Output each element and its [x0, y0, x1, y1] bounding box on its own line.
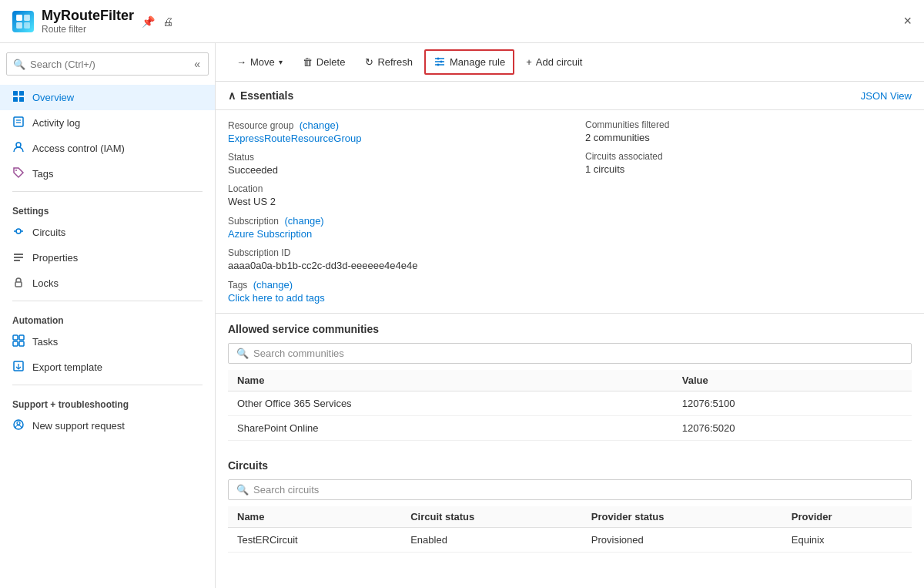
sidebar-item-label: Locks [32, 277, 59, 289]
svg-rect-20 [19, 341, 24, 346]
search-icon: 🔍 [13, 59, 25, 70]
location-item: Location West US 2 [228, 183, 554, 207]
sidebar-item-properties[interactable]: Properties [0, 245, 215, 270]
resource-group-change-link[interactable]: (change) [300, 119, 339, 131]
sidebar-item-new-support-request[interactable]: New support request [0, 413, 215, 438]
sidebar-item-label: Access control (IAM) [32, 143, 125, 154]
status-item: Status Succeeded [228, 152, 554, 176]
search-communities-box[interactable]: 🔍 Search communities [228, 343, 912, 364]
communities-col-name: Name [228, 370, 673, 391]
move-button[interactable]: → Move ▾ [228, 52, 291, 72]
table-row: SharePoint Online12076:5020 [228, 416, 912, 441]
communities-filtered-value: 2 communities [585, 132, 912, 143]
circuits-associated-item: Circuits associated 1 circuits [585, 151, 912, 175]
community-name: SharePoint Online [228, 416, 673, 441]
sidebar: 🔍 « Overview Activity log Access control… [0, 43, 216, 588]
sidebar-item-overview[interactable]: Overview [0, 85, 215, 110]
circuits-table-header-row: Name Circuit status Provider status Prov… [228, 506, 912, 528]
svg-rect-17 [13, 335, 18, 340]
status-label: Status [228, 152, 554, 163]
svg-rect-3 [24, 22, 30, 29]
resource-group-value[interactable]: ExpressRouteResourceGroup [228, 133, 554, 144]
svg-point-28 [440, 61, 442, 63]
page-title: MyRouteFilter [42, 8, 134, 24]
toolbar: → Move ▾ 🗑 Delete ↻ Refresh Manage rule … [216, 43, 924, 82]
settings-divider [12, 191, 203, 192]
tags-value[interactable]: Click here to add tags [228, 292, 554, 304]
communities-filtered-item: Communities filtered 2 communities [585, 119, 912, 143]
manage-rule-button[interactable]: Manage rule [424, 49, 514, 75]
tags-change-link[interactable]: (change) [253, 279, 293, 291]
search-circuits-placeholder: Search circuits [253, 484, 319, 496]
delete-icon: 🗑 [303, 56, 313, 68]
circuit-status: Enabled [401, 528, 582, 553]
add-circuit-button[interactable]: + Add circuit [517, 52, 591, 72]
close-button[interactable]: × [903, 13, 912, 29]
settings-section-label: Settings [0, 197, 215, 220]
refresh-button[interactable]: ↻ Refresh [357, 52, 421, 72]
sidebar-item-locks[interactable]: Locks [0, 270, 215, 296]
table-row: Other Office 365 Services12076:5100 [228, 391, 912, 416]
search-communities-placeholder: Search communities [253, 348, 344, 359]
svg-rect-6 [13, 97, 18, 102]
svg-rect-1 [24, 15, 30, 21]
collapse-button[interactable]: « [192, 56, 202, 72]
communities-col-value: Value [673, 370, 912, 391]
svg-point-12 [15, 170, 17, 171]
svg-point-27 [437, 58, 439, 60]
circuits-col-name: Name [228, 506, 401, 528]
sidebar-item-label: Activity log [32, 117, 80, 129]
subscription-item: Subscription (change) Azure Subscription [228, 215, 554, 240]
tags-item: Tags (change) Click here to add tags [228, 279, 554, 304]
sidebar-item-access-control[interactable]: Access control (IAM) [0, 136, 215, 161]
svg-rect-8 [14, 117, 23, 126]
activity-log-icon [12, 116, 25, 130]
subscription-change-link[interactable]: (change) [284, 215, 323, 227]
support-icon [12, 418, 25, 433]
pin-icon[interactable]: 📌 [142, 15, 155, 28]
sidebar-item-tasks[interactable]: Tasks [0, 329, 215, 354]
sidebar-item-circuits[interactable]: Circuits [0, 220, 215, 245]
delete-button[interactable]: 🗑 Delete [294, 52, 354, 72]
subscription-value[interactable]: Azure Subscription [228, 228, 554, 240]
iam-icon [12, 141, 25, 156]
svg-rect-13 [14, 254, 23, 255]
sidebar-item-tags[interactable]: Tags [0, 161, 215, 186]
subscription-id-value: aaaa0a0a-bb1b-cc2c-dd3d-eeeeee4e4e4e [228, 260, 554, 271]
app-logo [12, 11, 34, 32]
svg-rect-16 [15, 282, 22, 287]
circuits-table: Name Circuit status Provider status Prov… [228, 506, 912, 553]
essentials-title: Essentials [240, 89, 293, 102]
svg-point-11 [16, 143, 21, 147]
svg-rect-2 [16, 22, 22, 29]
add-icon: + [526, 56, 532, 68]
json-view-link[interactable]: JSON View [861, 90, 912, 102]
search-circuits-box[interactable]: 🔍 Search circuits [228, 479, 912, 500]
essentials-collapse-icon[interactable]: ∧ [228, 89, 236, 102]
move-dropdown-icon: ▾ [279, 58, 283, 66]
print-icon[interactable]: 🖨 [162, 15, 173, 28]
svg-point-23 [17, 422, 20, 425]
svg-rect-4 [13, 91, 18, 96]
sidebar-item-label: Circuits [32, 227, 65, 238]
circuits-icon [12, 225, 25, 240]
resource-group-label: Resource group (change) [228, 119, 554, 131]
sidebar-item-export-template[interactable]: Export template [0, 354, 215, 380]
automation-section-label: Automation [0, 306, 215, 329]
sidebar-item-label: Properties [32, 252, 78, 264]
location-label: Location [228, 183, 554, 194]
sidebar-item-activity-log[interactable]: Activity log [0, 110, 215, 136]
communities-filtered-label: Communities filtered [585, 119, 912, 130]
refresh-icon: ↻ [365, 56, 373, 68]
provider-status: Provisioned [582, 528, 782, 553]
content-area: → Move ▾ 🗑 Delete ↻ Refresh Manage rule … [216, 43, 924, 588]
properties-icon [12, 250, 25, 265]
svg-point-29 [437, 64, 439, 66]
support-section-label: Support + troubleshooting [0, 390, 215, 413]
search-input[interactable] [30, 59, 188, 70]
subscription-id-label: Subscription ID [228, 247, 554, 258]
subscription-id-item: Subscription ID aaaa0a0a-bb1b-cc2c-dd3d-… [228, 247, 554, 271]
automation-divider [12, 301, 203, 301]
search-box[interactable]: 🔍 « [6, 52, 209, 76]
circuits-associated-label: Circuits associated [585, 151, 912, 162]
